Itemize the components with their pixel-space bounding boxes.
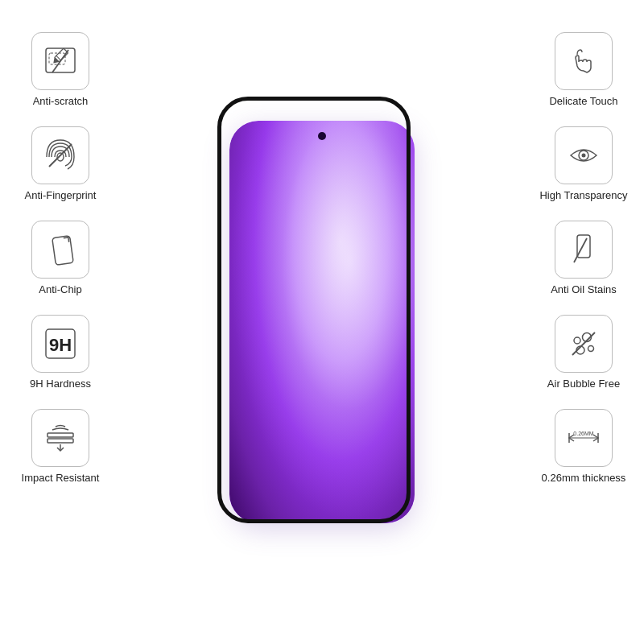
- anti-scratch-label: Anti-scratch: [33, 95, 89, 107]
- svg-rect-12: [47, 439, 73, 443]
- 9h-hardness-icon-box: 9H: [31, 315, 89, 373]
- 9h-hardness-icon: 9H: [41, 324, 80, 363]
- delicate-touch-icon-box: [555, 32, 613, 90]
- svg-rect-8: [52, 236, 74, 266]
- svg-rect-11: [47, 433, 73, 437]
- 9h-hardness-label: 9H Hardness: [30, 378, 91, 390]
- delicate-touch-label: Delicate Touch: [549, 95, 617, 107]
- impact-resistant-icon-box: [31, 409, 89, 467]
- feature-anti-chip: Anti-Chip: [8, 221, 113, 295]
- anti-fingerprint-label: Anti-Fingerprint: [25, 189, 97, 201]
- features-right: Delicate Touch High Transparency: [531, 32, 636, 484]
- thickness-label: 0.26mm thickness: [542, 472, 626, 484]
- svg-text:9H: 9H: [49, 335, 72, 355]
- anti-oil-stains-icon-box: [555, 221, 613, 279]
- anti-chip-icon: [41, 230, 80, 269]
- feature-anti-oil-stains: Anti Oil Stains: [531, 221, 636, 295]
- delicate-touch-icon: [564, 42, 603, 80]
- svg-point-18: [574, 337, 580, 344]
- features-left: Anti-scratch Anti-Fingerprint: [8, 32, 113, 484]
- air-bubble-free-label: Air Bubble Free: [547, 378, 620, 390]
- high-transparency-icon: [564, 136, 603, 175]
- anti-chip-icon-box: [31, 221, 89, 279]
- anti-scratch-icon-box: [31, 32, 89, 90]
- phone-area: [217, 97, 427, 547]
- air-bubble-free-icon: [564, 324, 603, 363]
- feature-9h-hardness: 9H 9H Hardness: [8, 315, 113, 390]
- high-transparency-label: High Transparency: [539, 189, 627, 201]
- feature-delicate-touch: Delicate Touch: [531, 32, 636, 107]
- anti-fingerprint-icon-box: [31, 126, 89, 184]
- impact-resistant-label: Impact Resistant: [22, 472, 100, 484]
- svg-point-15: [582, 154, 586, 158]
- anti-chip-label: Anti-Chip: [39, 283, 81, 295]
- feature-impact-resistant: Impact Resistant: [8, 409, 113, 484]
- svg-line-7: [49, 144, 72, 167]
- anti-oil-stains-icon: [564, 230, 603, 269]
- high-transparency-icon-box: [555, 126, 613, 184]
- feature-high-transparency: High Transparency: [531, 126, 636, 201]
- anti-oil-stains-label: Anti Oil Stains: [551, 283, 617, 295]
- feature-anti-fingerprint: Anti-Fingerprint: [8, 126, 113, 201]
- screen-protector: [217, 97, 411, 523]
- impact-resistant-icon: [41, 419, 80, 457]
- feature-air-bubble-free: Air Bubble Free: [531, 315, 636, 390]
- thickness-icon-box: 0.26MM: [555, 409, 613, 467]
- thickness-icon: 0.26MM: [564, 419, 603, 457]
- anti-fingerprint-icon: [41, 136, 80, 175]
- feature-thickness: 0.26MM 0.26mm thickness: [531, 409, 636, 484]
- anti-scratch-icon: [41, 42, 80, 80]
- main-container: Anti-scratch Anti-Fingerprint: [0, 0, 644, 644]
- air-bubble-free-icon-box: [555, 315, 613, 373]
- svg-point-21: [588, 346, 594, 352]
- svg-text:0.26MM: 0.26MM: [573, 431, 593, 436]
- feature-anti-scratch: Anti-scratch: [8, 32, 113, 107]
- svg-line-17: [574, 238, 587, 262]
